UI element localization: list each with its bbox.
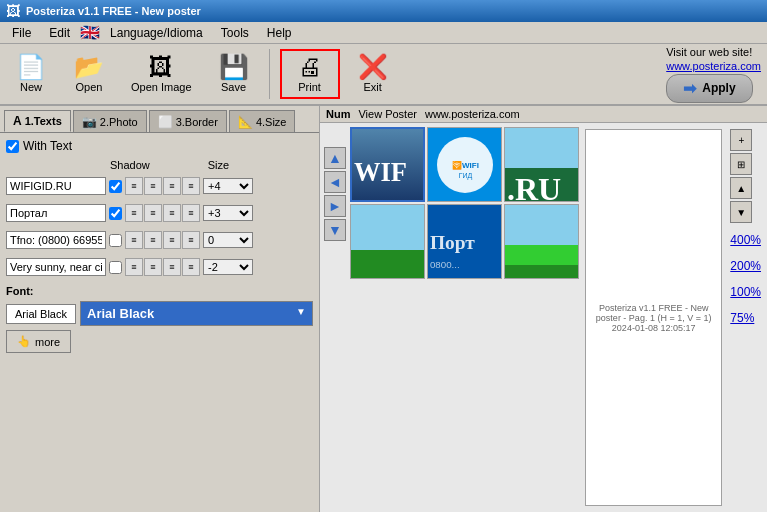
- text-input-2[interactable]: [6, 204, 106, 222]
- shadow-checkbox-1[interactable]: [109, 180, 122, 193]
- thumb-2[interactable]: 🛜WIFI ГИД: [427, 127, 502, 202]
- more-icon: 👆: [17, 335, 31, 348]
- zoom-75[interactable]: 75%: [730, 311, 761, 325]
- zoom-levels: 400% 200% 100% 75%: [730, 233, 761, 325]
- thumb-4[interactable]: [350, 204, 425, 279]
- tab-texts[interactable]: A 1.Texts: [4, 110, 71, 132]
- print-button[interactable]: 🖨 Print: [280, 49, 340, 99]
- align-center-3[interactable]: ≡: [144, 231, 162, 249]
- text-row-3: ≡ ≡ ≡ ≡ 0: [6, 231, 313, 249]
- open-image-button[interactable]: 🖼 Open Image: [122, 50, 201, 98]
- align-left-2[interactable]: ≡: [125, 204, 143, 222]
- size-select-1[interactable]: +4: [203, 178, 253, 194]
- zoom-fit-button[interactable]: ⊞: [730, 153, 752, 175]
- font-select[interactable]: Arial Black ▼: [80, 301, 313, 326]
- left-panel: A 1.Texts 📷 2.Photo ⬜ 3.Border 📐 4.Size …: [0, 106, 320, 512]
- apply-label: Apply: [702, 81, 735, 95]
- align-right-1[interactable]: ≡: [163, 177, 181, 195]
- thumb-1[interactable]: WIF: [350, 127, 425, 202]
- new-label: New: [20, 81, 42, 93]
- align-right-4[interactable]: ≡: [163, 258, 181, 276]
- align-justify-3[interactable]: ≡: [182, 231, 200, 249]
- size-select-2[interactable]: +3: [203, 205, 253, 221]
- align-justify-1[interactable]: ≡: [182, 177, 200, 195]
- open-image-label: Open Image: [131, 81, 192, 93]
- align-icons-4: ≡ ≡ ≡ ≡: [125, 258, 200, 276]
- tab-border-label: 3.Border: [176, 116, 218, 128]
- flag-icon: 🇬🇧: [80, 23, 100, 42]
- zoom-100[interactable]: 100%: [730, 285, 761, 299]
- svg-text:🛜WIFI: 🛜WIFI: [452, 160, 479, 170]
- menu-file[interactable]: File: [4, 24, 39, 42]
- font-label: Font:: [6, 285, 313, 297]
- website-link[interactable]: www.posteriza.com: [666, 60, 761, 72]
- tab-border[interactable]: ⬜ 3.Border: [149, 110, 227, 132]
- align-center-4[interactable]: ≡: [144, 258, 162, 276]
- align-right-3[interactable]: ≡: [163, 231, 181, 249]
- align-center-1[interactable]: ≡: [144, 177, 162, 195]
- nav-arrows: ▲ ◄ ► ▼: [324, 127, 346, 508]
- save-label: Save: [221, 81, 246, 93]
- thumb-5[interactable]: Порт 0800...: [427, 204, 502, 279]
- texts-icon: A: [13, 114, 22, 128]
- svg-rect-12: [351, 250, 425, 279]
- more-label: more: [35, 336, 60, 348]
- more-button[interactable]: 👆 more: [6, 330, 71, 353]
- text-input-1[interactable]: [6, 177, 106, 195]
- nav-up-icon[interactable]: ▲: [324, 147, 346, 169]
- align-right-2[interactable]: ≡: [163, 204, 181, 222]
- tab-size[interactable]: 📐 4.Size: [229, 110, 296, 132]
- menu-language[interactable]: Language/Idioma: [102, 24, 211, 42]
- thumb-6[interactable]: [504, 204, 579, 279]
- tab-texts-label: 1.Texts: [25, 115, 62, 127]
- menu-help[interactable]: Help: [259, 24, 300, 42]
- size-icon: 📐: [238, 115, 253, 129]
- save-button[interactable]: 💾 Save: [209, 50, 259, 98]
- exit-button[interactable]: ❌ Exit: [348, 50, 398, 98]
- size-select-4[interactable]: -2: [203, 259, 253, 275]
- with-text-row: With Text: [6, 139, 313, 153]
- zoom-down-button[interactable]: ▼: [730, 201, 752, 223]
- shadow-checkbox-3[interactable]: [109, 234, 122, 247]
- svg-text:0800...: 0800...: [430, 259, 460, 270]
- nav-right-icon[interactable]: ►: [324, 195, 346, 217]
- text-input-3[interactable]: [6, 231, 106, 249]
- nav-left-icon[interactable]: ◄: [324, 171, 346, 193]
- text-row-2: ≡ ≡ ≡ ≡ +3: [6, 204, 313, 222]
- zoom-in-button[interactable]: +: [730, 129, 752, 151]
- view-poster-label: View Poster: [358, 108, 417, 120]
- tab-photo[interactable]: 📷 2.Photo: [73, 110, 147, 132]
- save-icon: 💾: [219, 55, 249, 79]
- shadow-checkbox-2[interactable]: [109, 207, 122, 220]
- left-body: With Text Shadow Size ≡ ≡ ≡ ≡ +4: [0, 133, 319, 512]
- align-icons-1: ≡ ≡ ≡ ≡: [125, 177, 200, 195]
- align-left-3[interactable]: ≡: [125, 231, 143, 249]
- open-button[interactable]: 📂 Open: [64, 50, 114, 98]
- shadow-checkbox-4[interactable]: [109, 261, 122, 274]
- svg-rect-18: [505, 265, 579, 279]
- zoom-up-button[interactable]: ▲: [730, 177, 752, 199]
- svg-text:Порт: Порт: [430, 232, 475, 253]
- thumbnails-grid: WIF 🛜WIFI ГИД: [350, 127, 579, 508]
- separator: [269, 49, 270, 99]
- new-button[interactable]: 📄 New: [6, 50, 56, 98]
- zoom-400[interactable]: 400%: [730, 233, 761, 247]
- border-icon: ⬜: [158, 115, 173, 129]
- nav-down-icon[interactable]: ▼: [324, 219, 346, 241]
- align-justify-2[interactable]: ≡: [182, 204, 200, 222]
- apply-button[interactable]: ➡ Apply: [666, 74, 752, 103]
- thumb-3[interactable]: .RU: [504, 127, 579, 202]
- font-select-text: Arial Black: [87, 306, 154, 321]
- align-left-4[interactable]: ≡: [125, 258, 143, 276]
- text-input-4[interactable]: [6, 258, 106, 276]
- size-select-3[interactable]: 0: [203, 232, 253, 248]
- with-text-checkbox[interactable]: [6, 140, 19, 153]
- align-center-2[interactable]: ≡: [144, 204, 162, 222]
- exit-label: Exit: [363, 81, 381, 93]
- align-left-1[interactable]: ≡: [125, 177, 143, 195]
- menu-edit[interactable]: Edit: [41, 24, 78, 42]
- tab-size-label: 4.Size: [256, 116, 287, 128]
- align-justify-4[interactable]: ≡: [182, 258, 200, 276]
- menu-tools[interactable]: Tools: [213, 24, 257, 42]
- zoom-200[interactable]: 200%: [730, 259, 761, 273]
